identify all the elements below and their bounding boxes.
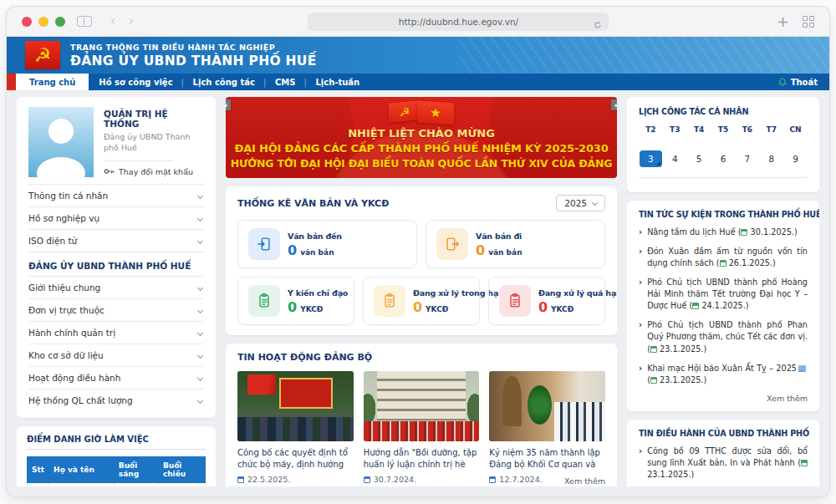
chevron-down-icon xyxy=(197,237,203,243)
nav-tab[interactable]: Trang chủ xyxy=(16,74,89,90)
document-stat-icon xyxy=(374,285,405,317)
carousel-next-button[interactable]: ▸ xyxy=(611,99,617,110)
attendance-header-cell: Họ và tên xyxy=(49,457,115,483)
calendar-icon xyxy=(692,303,699,309)
calendar-date[interactable]: 3 xyxy=(639,150,663,167)
document-stat-icon xyxy=(248,228,280,260)
sidebar-menu-item[interactable]: Hoạt động điều hành xyxy=(28,366,204,389)
logout-button[interactable]: Thoát xyxy=(778,74,829,90)
star-flag-icon: ★ xyxy=(417,100,454,125)
news-list-item[interactable]: › Phó Chủ tịch UBND thành phố Hoàng Hải … xyxy=(639,277,808,312)
party-news-card: TIN HOẠT ĐỘNG ĐẢNG BỘ Công bố các quyết … xyxy=(226,344,617,486)
nav-tab[interactable]: Hồ sơ công việc xyxy=(89,74,182,90)
calendar-icon xyxy=(237,476,244,483)
banner-line1: NHIỆT LIỆT CHÀO MỪNG xyxy=(226,127,617,140)
city-news-list: › Nâng tầm du lịch Huế ( 30.1.2025.) › Đ… xyxy=(639,227,808,386)
attendance-name: Quản trị hệ thống xyxy=(49,483,115,487)
news-card[interactable]: Kỷ niệm 35 năm thành lập Đảng bộ Khối Cơ… xyxy=(489,371,605,484)
forward-button[interactable]: › xyxy=(129,15,134,28)
news-list-item[interactable]: › Đón Xuân đầm ấm từ nguồn vốn tín dụng … xyxy=(639,246,808,269)
carousel-prev-button[interactable]: ◂ xyxy=(226,99,231,110)
stat-card[interactable]: Ý kiến chỉ đạo 0 YKCĐ xyxy=(237,277,354,325)
sidebar-toggle-icon[interactable] xyxy=(77,16,92,27)
calendar-day-label: T5 xyxy=(711,125,736,134)
maximize-window-button[interactable] xyxy=(55,17,65,27)
stat-grid: Văn bản đến 0 văn bản xyxy=(237,220,605,325)
right-sidebar: LỊCH CÔNG TÁC CÁ NHÂN T2T3T4T5T6T7CN 3 4… xyxy=(627,97,819,486)
calendar-icon xyxy=(801,460,808,466)
key-icon xyxy=(104,168,115,175)
nav-tab[interactable]: Lịch-tuần xyxy=(305,74,370,90)
app-header: ☭ TRANG THÔNG TIN ĐIỀU HÀNH TÁC NGHIỆP Đ… xyxy=(7,37,829,74)
stat-value: 0 xyxy=(288,244,297,257)
congress-banner[interactable]: ☭ ★ NHIỆT LIỆT CHÀO MỪNG ĐẠI HỘI ĐẢNG CÁ… xyxy=(226,97,617,178)
tab-overview-icon[interactable] xyxy=(803,16,814,28)
org-menu: Giới thiệu chung Đơn vị trực thuộc Hành … xyxy=(28,276,204,411)
see-more-link[interactable]: Xem thêm xyxy=(639,394,808,403)
personal-menu: Thông tin cá nhân Hồ sơ nghiệp vụ ISO đi… xyxy=(28,184,204,252)
back-button[interactable]: ‹ xyxy=(110,15,115,28)
close-window-button[interactable] xyxy=(22,17,32,27)
sidebar-menu-item[interactable]: Hành chính quản trị xyxy=(28,321,204,344)
avatar xyxy=(28,107,94,177)
year-select[interactable]: 2025 xyxy=(556,195,605,211)
calendar-date[interactable]: 4 xyxy=(663,150,687,167)
nav-tab[interactable]: CMS xyxy=(265,74,306,90)
chevron-down-icon xyxy=(197,329,203,335)
sidebar-menu-item[interactable]: Thông tin cá nhân xyxy=(28,184,204,206)
calendar-dates: 3 4 5 6 7 8 9 xyxy=(639,143,808,167)
chevron-right-icon: › xyxy=(639,246,642,269)
personal-calendar-card: LỊCH CÔNG TÁC CÁ NHÂN T2T3T4T5T6T7CN 3 4… xyxy=(627,97,819,192)
calendar-date[interactable]: 7 xyxy=(735,150,759,167)
chevron-down-icon xyxy=(197,397,203,403)
attendance-row: 1 Quản trị hệ thống --:--:-- --:--:-- xyxy=(28,483,206,487)
city-news-card: TIN TỨC SỰ KIỆN TRONG THÀNH PHỐ HUẾ › Nâ… xyxy=(627,201,819,411)
address-bar[interactable]: http://duubnd.hue.egov.vn/ xyxy=(308,13,609,31)
stats-card: THỐNG KÊ VĂN BẢN VÀ YKCĐ 2025 xyxy=(226,186,617,335)
stat-card[interactable]: Văn bản đi 0 văn bản xyxy=(426,220,605,268)
sidebar-menu-item[interactable]: Giới thiệu chung xyxy=(28,276,204,298)
main-nav: Trang chủ Hồ sơ công việc Lịch công tác … xyxy=(7,74,829,90)
news-list-item[interactable]: › Nâng tầm du lịch Huế ( 30.1.2025.) xyxy=(639,227,808,238)
sidebar-menu-item[interactable]: Đơn vị trực thuộc xyxy=(28,298,204,321)
chevron-right-icon: › xyxy=(639,319,642,354)
sidebar-menu-item[interactable]: ISO điện tử xyxy=(28,229,204,252)
stat-unit: YKCĐ xyxy=(551,305,573,313)
see-more-link[interactable]: Xem thêm xyxy=(564,476,605,486)
news-card[interactable]: Công bố các quyết định tổ chức bộ máy, đ… xyxy=(237,371,354,484)
calendar-icon xyxy=(650,346,657,353)
sidebar-menu-item[interactable]: Hồ sơ nghiệp vụ xyxy=(28,206,204,229)
minimize-window-button[interactable] xyxy=(38,17,48,27)
calendar-date[interactable]: 9 xyxy=(783,150,808,167)
new-tab-icon[interactable]: + xyxy=(777,14,789,29)
sidebar-menu-item[interactable]: Hệ thống QL chất lượng xyxy=(28,389,204,411)
stat-card[interactable]: Đang xử lý quá hạn 0 YKCĐ xyxy=(488,277,605,325)
calendar-date[interactable]: 6 xyxy=(711,150,736,167)
ubnd-news-list: › Công bố 09 TTHC được sửa đổi, bổ sung … xyxy=(639,445,808,486)
calendar-date[interactable]: 5 xyxy=(687,150,711,167)
chevron-right-icon: › xyxy=(639,445,642,481)
bell-icon xyxy=(778,78,787,87)
stat-card[interactable]: Đang xử lý trong hạn 0 YKCĐ xyxy=(363,277,480,325)
calendar-date[interactable]: 8 xyxy=(759,150,783,167)
logout-label: Thoát xyxy=(791,78,818,87)
news-list-item[interactable]: › Công bố 09 TTHC được sửa đổi, bổ sung … xyxy=(639,445,808,481)
refresh-icon[interactable] xyxy=(594,17,602,33)
news-card[interactable]: Hướng dẫn "Bồi dưỡng, tập huấn lý luận c… xyxy=(364,371,480,484)
attendance-card: ĐIỂM DANH GIỜ LÀM VIỆC SttHọ và tênBuổi … xyxy=(17,426,216,486)
change-password-link[interactable]: Thay đổi mật khẩu xyxy=(104,167,204,176)
stat-card[interactable]: Văn bản đến 0 văn bản xyxy=(237,220,417,268)
chevron-right-icon: › xyxy=(639,277,642,312)
calendar-day-label: T6 xyxy=(735,125,759,134)
calendar-day-label: T4 xyxy=(687,125,711,134)
nav-tab[interactable]: Lịch công tác xyxy=(183,74,265,90)
image-icon xyxy=(798,365,806,372)
document-stat-icon xyxy=(499,285,531,317)
stat-value: 0 xyxy=(413,301,422,314)
window-controls xyxy=(22,17,65,27)
sidebar-menu-item[interactable]: Kho cơ sở dữ liệu xyxy=(28,344,204,366)
news-list-item[interactable]: › Khai mạc Hội báo Xuân Ất Tỵ – 2025 ( 2… xyxy=(639,363,808,386)
calendar-icon xyxy=(650,377,657,384)
attendance-stt: 1 xyxy=(28,483,49,487)
news-list-item[interactable]: › Phó Chủ tịch UBND thành phố Phan Quý P… xyxy=(639,319,808,354)
